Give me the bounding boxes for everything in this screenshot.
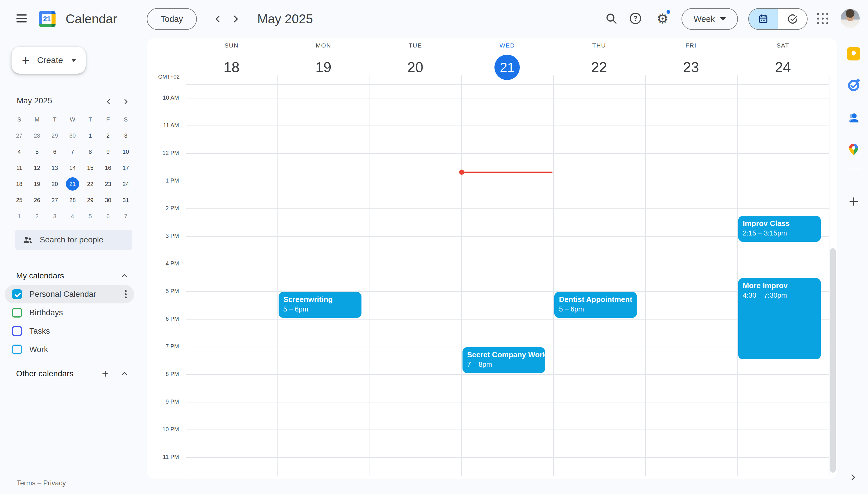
day-number[interactable]: 20 xyxy=(407,60,423,75)
event-secret-company-work[interactable]: Secret Company Work7 – 8pm xyxy=(462,347,545,373)
chevron-down-icon xyxy=(71,59,76,62)
show-side-panel-icon[interactable] xyxy=(845,469,861,486)
mini-calendar-day[interactable]: 24 xyxy=(117,176,135,192)
add-other-calendars-button[interactable]: + xyxy=(98,366,113,381)
google-keep-icon[interactable] xyxy=(846,46,861,61)
today-button[interactable]: Today xyxy=(147,8,197,30)
main-menu-button[interactable] xyxy=(12,8,32,28)
calendar-checkbox[interactable] xyxy=(12,345,22,354)
current-month-title: May 2025 xyxy=(257,0,313,38)
google-maps-icon[interactable] xyxy=(846,142,861,157)
mini-calendar-day[interactable]: 16 xyxy=(99,160,117,176)
mini-calendar-day[interactable]: 27 xyxy=(11,128,28,144)
mini-calendar-day[interactable]: 28 xyxy=(64,192,81,208)
next-week-button[interactable] xyxy=(227,10,245,28)
day-number[interactable]: 24 xyxy=(775,60,791,75)
mini-calendar-day[interactable]: 3 xyxy=(117,128,135,144)
calendar-checkbox[interactable] xyxy=(12,326,22,336)
mini-calendar-day[interactable]: 12 xyxy=(28,160,46,176)
mini-calendar-day[interactable]: 26 xyxy=(28,192,46,208)
mini-calendar-day[interactable]: 11 xyxy=(11,160,28,176)
event-improv-class[interactable]: Improv Class2:15 – 3:15pm xyxy=(738,216,821,242)
mini-calendar-day[interactable]: 28 xyxy=(28,128,46,144)
day-number[interactable]: 18 xyxy=(224,60,240,75)
mini-calendar-day[interactable]: 21 xyxy=(64,176,81,192)
day-number[interactable]: 23 xyxy=(683,60,699,75)
mini-calendar-day[interactable]: 25 xyxy=(11,192,28,208)
hour-label: 11 AM xyxy=(147,122,179,129)
day-number[interactable]: 21 xyxy=(495,55,520,80)
calendar-checkbox[interactable] xyxy=(12,308,22,318)
mini-calendar-day[interactable]: 4 xyxy=(64,208,81,224)
mini-calendar-day[interactable]: 7 xyxy=(64,144,81,160)
calendar-item-personal-calendar[interactable]: Personal Calendar xyxy=(5,285,134,303)
mini-calendar-day[interactable]: 9 xyxy=(99,144,117,160)
collapse-other-calendars-button[interactable] xyxy=(117,366,132,381)
mini-calendar-day[interactable]: 1 xyxy=(81,128,99,144)
mini-calendar-day[interactable]: 2 xyxy=(28,208,46,224)
day-number[interactable]: 19 xyxy=(315,60,331,75)
view-selector-dropdown[interactable]: Week xyxy=(681,8,738,30)
calendar-item-work[interactable]: Work xyxy=(5,340,134,359)
mini-calendar-day[interactable]: 6 xyxy=(99,208,117,224)
mini-calendar-day[interactable]: 15 xyxy=(81,160,99,176)
calendar-item-tasks[interactable]: Tasks xyxy=(5,322,134,340)
mini-calendar-day[interactable]: 3 xyxy=(46,208,64,224)
mini-calendar-day[interactable]: 2 xyxy=(99,128,117,144)
event-screenwriting[interactable]: Screenwriting5 – 6pm xyxy=(278,292,361,318)
mini-calendar-day[interactable]: 6 xyxy=(46,144,64,160)
mini-calendar-day[interactable]: 5 xyxy=(28,144,46,160)
mini-calendar-day[interactable]: 8 xyxy=(81,144,99,160)
hour-label: 3 PM xyxy=(147,233,179,239)
google-contacts-icon[interactable] xyxy=(846,110,861,125)
grid-column-line xyxy=(829,75,829,476)
collapse-my-calendars-button[interactable] xyxy=(117,268,132,283)
mini-calendar-day[interactable]: 14 xyxy=(64,160,81,176)
mini-calendar-day[interactable]: 27 xyxy=(46,192,64,208)
event-dentist-appointment[interactable]: Dentist Appointment5 – 6pm xyxy=(554,292,637,318)
mini-calendar-day[interactable]: 17 xyxy=(117,160,135,176)
calendar-options-icon[interactable] xyxy=(122,288,129,301)
mini-calendar-day[interactable]: 30 xyxy=(99,192,117,208)
mini-calendar-day[interactable]: 4 xyxy=(11,144,28,160)
calendar-item-birthdays[interactable]: Birthdays xyxy=(5,303,134,322)
mini-calendar-day[interactable]: 1 xyxy=(11,208,28,224)
user-avatar[interactable] xyxy=(841,9,860,28)
mini-calendar-day[interactable]: 5 xyxy=(81,208,99,224)
tasks-view-toggle[interactable] xyxy=(778,8,807,30)
mini-calendar-day[interactable]: 20 xyxy=(46,176,64,192)
mini-calendar-day[interactable]: 23 xyxy=(99,176,117,192)
create-button[interactable]: + Create xyxy=(12,46,86,74)
terms-privacy-links[interactable]: Terms – Privacy xyxy=(17,479,66,487)
previous-week-button[interactable] xyxy=(209,10,227,28)
mini-calendar-day-header: S xyxy=(11,111,28,128)
calendar-view-toggle[interactable] xyxy=(749,8,778,30)
search-for-people-field[interactable]: Search for people xyxy=(15,230,132,250)
mini-calendar-day[interactable]: 29 xyxy=(46,128,64,144)
mini-calendar-day[interactable]: 7 xyxy=(117,208,135,224)
mini-calendar-day[interactable]: 22 xyxy=(81,176,99,192)
current-time-dot xyxy=(459,170,464,175)
mini-calendar-day[interactable]: 31 xyxy=(117,192,135,208)
search-icon[interactable] xyxy=(601,8,621,28)
vertical-scrollbar[interactable] xyxy=(830,248,836,473)
day-number[interactable]: 22 xyxy=(591,60,607,75)
mini-calendar-day[interactable]: 10 xyxy=(117,144,135,160)
mini-calendar-day[interactable]: 29 xyxy=(81,192,99,208)
help-icon[interactable]: ? xyxy=(625,8,645,28)
mini-calendar-day[interactable]: 30 xyxy=(64,128,81,144)
calendar-checkbox[interactable] xyxy=(12,289,22,299)
settings-gear-icon[interactable]: ⚙ xyxy=(652,8,673,28)
mini-calendar-day[interactable]: 19 xyxy=(28,176,46,192)
event-time: 5 – 6pm xyxy=(283,305,356,314)
day-header-thu: THU22 xyxy=(553,42,645,81)
mini-calendar-day[interactable]: 13 xyxy=(46,160,64,176)
google-apps-grid-icon[interactable] xyxy=(812,8,833,28)
mini-calendar-day[interactable]: 18 xyxy=(11,176,28,192)
week-grid-panel[interactable]: GMT+02 SUN18MON19TUE20WED21THU22FRI23SAT… xyxy=(147,38,837,479)
event-more-improv[interactable]: More Improv4:30 – 7:30pm xyxy=(738,278,821,359)
get-add-ons-icon[interactable] xyxy=(846,194,861,209)
google-tasks-icon[interactable] xyxy=(846,78,861,93)
mini-calendar-prev-button[interactable] xyxy=(101,94,116,109)
mini-calendar-next-button[interactable] xyxy=(119,94,133,109)
